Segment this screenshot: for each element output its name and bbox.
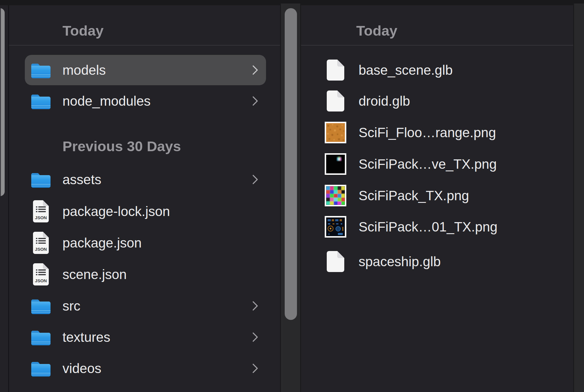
chevron-right-icon [252, 363, 258, 374]
column-parent-folder: Today models [9, 5, 280, 392]
previous-column-sliver [0, 5, 8, 392]
item-label: base_scene.glb [359, 62, 453, 78]
list-item-base-scene-glb[interactable]: base_scene.glb [318, 55, 562, 85]
chevron-right-icon [252, 65, 258, 75]
folder-icon [25, 297, 57, 315]
left-column-scrollbar-track[interactable] [280, 4, 301, 392]
list-item-videos[interactable]: videos [25, 353, 266, 384]
item-label: models [62, 62, 106, 78]
json-file-icon: JSON [25, 232, 57, 254]
chevron-right-icon [252, 174, 258, 185]
item-label: scene.json [62, 266, 127, 282]
item-label: package.json [62, 235, 142, 251]
image-thumbnail-dark-panel [325, 216, 346, 238]
generic-file-icon [318, 90, 353, 111]
list-item-models[interactable]: models [25, 55, 266, 85]
item-label: assets [62, 172, 101, 187]
section-header-today: Today [62, 22, 104, 39]
section-separator [9, 45, 280, 46]
item-label: spaceship.glb [359, 254, 441, 269]
previous-column-scrollbar-edge [0, 8, 1, 196]
item-label: droid.glb [359, 93, 410, 109]
list-item-scifi-floor-orange-png[interactable]: SciFi_Floo…range.png [318, 117, 562, 148]
svg-text:JSON: JSON [35, 215, 47, 220]
image-thumbnail-orange-texture [325, 122, 346, 143]
generic-file-icon [318, 251, 353, 272]
list-item-scifipack-tx-png[interactable]: SciFiPack_TX.png [318, 180, 562, 211]
folder-icon [25, 61, 57, 79]
item-label: node_modules [62, 93, 151, 109]
generic-file-icon [318, 60, 353, 81]
finder-column-view-window: Today models [0, 0, 584, 392]
item-label: SciFiPack…ve_TX.png [359, 156, 497, 172]
item-label: SciFiPack_TX.png [359, 188, 469, 203]
json-file-icon: JSON [25, 263, 57, 285]
list-item-scene-json[interactable]: JSON scene.json [25, 259, 266, 290]
image-thumbnail-black-emissive [325, 153, 346, 175]
list-item-scifipack-emissive-tx-png[interactable]: SciFiPack…ve_TX.png [318, 149, 562, 179]
list-item-textures[interactable]: textures [25, 322, 266, 352]
column-models-folder: Today base_scene.glb droid.glb [301, 5, 573, 392]
json-file-icon: JSON [25, 200, 57, 222]
svg-text:JSON: JSON [35, 247, 47, 252]
left-column-scrollbar-thumb[interactable] [285, 8, 297, 320]
list-item-package-json[interactable]: JSON package.json [25, 228, 266, 258]
folder-icon [25, 360, 57, 377]
chevron-right-icon [252, 332, 258, 342]
chevron-right-icon [252, 301, 258, 311]
folder-icon [25, 328, 57, 346]
item-label: src [62, 298, 80, 314]
folder-icon [25, 92, 57, 110]
item-label: SciFiPack…01_TX.png [359, 219, 498, 235]
chevron-right-icon [252, 96, 258, 106]
svg-text:JSON: JSON [35, 278, 47, 283]
list-item-droid-glb[interactable]: droid.glb [318, 86, 562, 116]
item-label: textures [62, 329, 110, 345]
section-header-previous-30-days: Previous 30 Days [62, 138, 181, 155]
item-label: videos [62, 360, 101, 376]
list-item-spaceship-glb[interactable]: spaceship.glb [318, 246, 562, 277]
list-item-src[interactable]: src [25, 291, 266, 321]
list-item-package-lock-json[interactable]: JSON package-lock.json [25, 196, 266, 227]
item-label: SciFi_Floo…range.png [359, 125, 496, 140]
section-header-today: Today [356, 22, 397, 39]
image-thumbnail-color-noise [325, 185, 346, 206]
right-column-scrollbar-track[interactable] [573, 4, 584, 392]
section-separator [301, 45, 573, 46]
list-item-node-modules[interactable]: node_modules [25, 86, 266, 116]
item-label: package-lock.json [62, 203, 170, 219]
list-item-scifipack-01-tx-png[interactable]: SciFiPack…01_TX.png [318, 212, 562, 242]
folder-icon [25, 171, 57, 188]
list-item-assets[interactable]: assets [25, 164, 266, 195]
